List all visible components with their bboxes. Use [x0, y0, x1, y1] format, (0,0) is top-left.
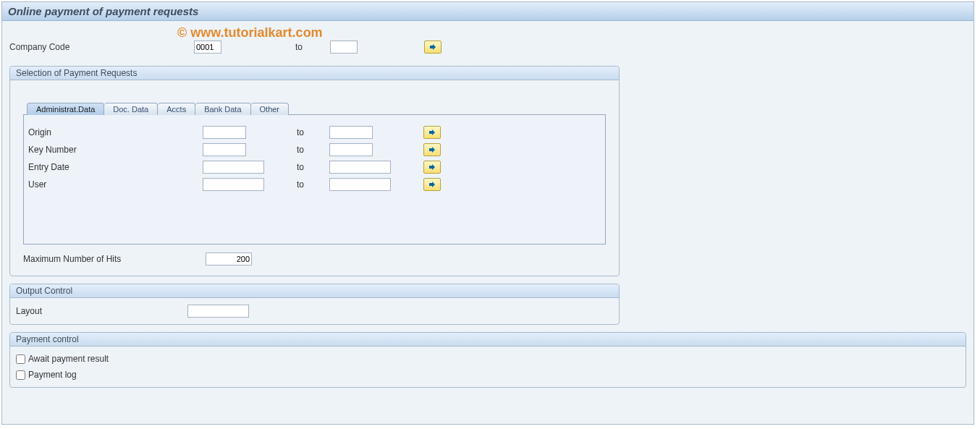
- layout-label: Layout: [16, 306, 187, 316]
- payment-control-legend: Payment control: [10, 333, 966, 347]
- user-to-input[interactable]: [329, 178, 391, 191]
- output-control-groupbox: Output Control Layout: [9, 284, 620, 325]
- payment-control-groupbox: Payment control Await payment result Pay…: [9, 332, 966, 388]
- key-number-to-input[interactable]: [329, 143, 373, 156]
- company-code-to-input[interactable]: [330, 41, 358, 54]
- page-title: Online payment of payment requests: [2, 2, 973, 21]
- await-payment-label: Await payment result: [28, 354, 109, 364]
- arrow-right-icon: [428, 180, 436, 189]
- entry-date-from-input[interactable]: [203, 161, 264, 174]
- entry-date-label: Entry Date: [24, 162, 203, 172]
- entry-date-to-label: to: [297, 162, 329, 172]
- entry-date-more-button[interactable]: [423, 161, 441, 174]
- layout-input[interactable]: [187, 305, 249, 318]
- origin-to-label: to: [297, 127, 329, 137]
- arrow-right-icon: [428, 128, 436, 137]
- max-hits-label: Maximum Number of Hits: [23, 254, 206, 264]
- entry-date-to-input[interactable]: [329, 161, 391, 174]
- max-hits-row: Maximum Number of Hits: [23, 252, 606, 266]
- tab-administrat-data[interactable]: Administrat.Data: [27, 103, 104, 115]
- output-control-legend: Output Control: [10, 284, 619, 298]
- selection-groupbox: Selection of Payment Requests Administra…: [9, 66, 620, 276]
- company-code-input[interactable]: [194, 41, 221, 54]
- tab-bank-data[interactable]: Bank Data: [195, 103, 250, 115]
- tab-accts[interactable]: Accts: [158, 103, 195, 115]
- company-code-to-label: to: [295, 42, 330, 52]
- origin-from-input[interactable]: [203, 126, 246, 139]
- max-hits-input[interactable]: [206, 252, 252, 266]
- row-entry-date: Entry Date to: [24, 158, 605, 176]
- row-origin: Origin to: [24, 124, 605, 141]
- tab-doc-data[interactable]: Doc. Data: [104, 103, 158, 115]
- main-panel: Online payment of payment requests © www…: [1, 1, 974, 425]
- tab-strip: Administrat.Data Doc. Data Accts Bank Da…: [27, 101, 613, 115]
- key-number-from-input[interactable]: [203, 143, 246, 156]
- payment-log-label: Payment log: [28, 370, 77, 380]
- arrow-right-icon: [428, 43, 437, 51]
- company-code-more-button[interactable]: [424, 41, 442, 54]
- arrow-right-icon: [428, 163, 436, 171]
- origin-more-button[interactable]: [423, 126, 441, 139]
- company-code-label: Company Code: [9, 42, 194, 52]
- arrow-right-icon: [428, 145, 436, 154]
- company-code-row: Company Code to: [9, 39, 966, 55]
- payment-log-checkbox[interactable]: [16, 370, 25, 380]
- row-key-number: Key Number to: [24, 141, 605, 158]
- user-label: User: [24, 179, 203, 190]
- await-payment-checkbox[interactable]: [16, 354, 25, 364]
- key-number-label: Key Number: [24, 145, 203, 155]
- origin-to-input[interactable]: [329, 126, 373, 139]
- user-more-button[interactable]: [423, 178, 441, 191]
- tab-panel: Origin to Key Number to: [23, 114, 606, 245]
- selection-legend: Selection of Payment Requests: [10, 67, 619, 80]
- key-number-more-button[interactable]: [423, 143, 441, 156]
- origin-label: Origin: [24, 127, 203, 137]
- user-from-input[interactable]: [203, 178, 264, 191]
- key-number-to-label: to: [297, 145, 329, 155]
- row-user: User to: [24, 176, 605, 193]
- tab-other[interactable]: Other: [251, 103, 290, 115]
- user-to-label: to: [297, 179, 329, 190]
